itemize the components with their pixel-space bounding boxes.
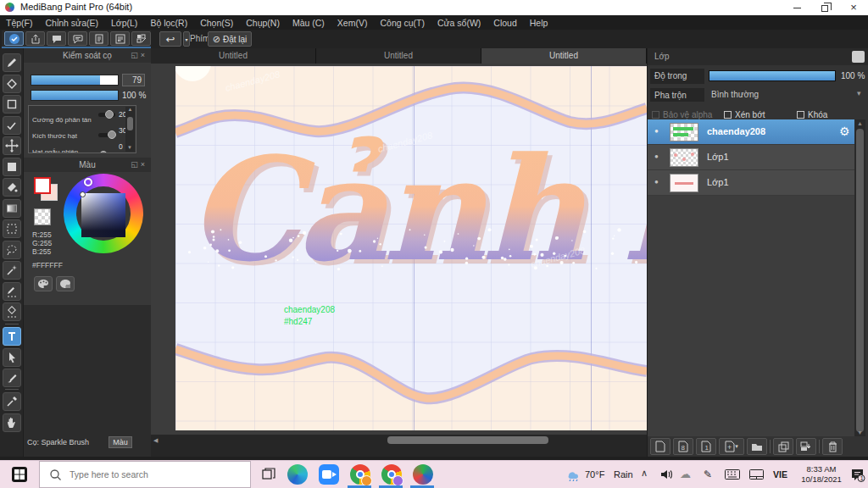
touchpad-button[interactable] bbox=[746, 461, 766, 488]
menu-filter[interactable]: Bộ lọc(R) bbox=[150, 18, 187, 28]
param-slider[interactable] bbox=[98, 113, 115, 117]
dot-pen-tool[interactable] bbox=[3, 116, 21, 135]
layers-menu-button[interactable] bbox=[852, 51, 865, 63]
brush-size-value[interactable]: 79 bbox=[122, 74, 145, 86]
feedback-button[interactable] bbox=[68, 31, 87, 46]
text-tool[interactable] bbox=[3, 327, 21, 346]
sv-selector-dot[interactable] bbox=[80, 191, 86, 197]
canvas-page[interactable]: Cảnh báo Cảnh báo chaenday208 chaenday20… bbox=[175, 66, 647, 430]
magic-wand-tool[interactable] bbox=[3, 261, 21, 280]
visibility-icon[interactable]: ● bbox=[654, 127, 659, 135]
scroll-down-icon[interactable]: ▼ bbox=[857, 430, 863, 435]
tab-untitled-1[interactable]: Untitled bbox=[151, 48, 316, 64]
menu-help[interactable]: Help bbox=[530, 18, 548, 28]
undo-options-button[interactable]: ▾ bbox=[183, 31, 190, 47]
pen-tool[interactable] bbox=[3, 53, 21, 72]
menu-snap[interactable]: Chụp(N) bbox=[246, 18, 280, 28]
hue-selector-dot[interactable] bbox=[84, 178, 92, 186]
move-tool[interactable] bbox=[3, 136, 21, 155]
search-input[interactable] bbox=[70, 469, 231, 480]
brush-size-slider[interactable] bbox=[31, 75, 119, 86]
foreground-color-swatch[interactable] bbox=[34, 177, 51, 194]
horizontal-scrollbar[interactable]: ◀ bbox=[151, 435, 647, 446]
menu-select[interactable]: Chọn(S) bbox=[200, 18, 233, 28]
palette-button[interactable] bbox=[34, 276, 53, 291]
blend-mode-select[interactable]: Bình thường bbox=[711, 90, 759, 99]
scroll-down-icon[interactable]: ▼ bbox=[127, 145, 132, 150]
menu-cloud[interactable]: Cloud bbox=[493, 18, 516, 28]
merge-layer-button[interactable] bbox=[796, 438, 816, 455]
menu-view[interactable]: Xem(V) bbox=[337, 18, 368, 28]
add-layer-menu-button[interactable]: +▾ bbox=[719, 438, 744, 455]
add-8bit-layer-button[interactable]: 8 bbox=[673, 438, 693, 455]
taskbar-chrome-1[interactable] bbox=[344, 461, 376, 488]
weather-button[interactable] bbox=[563, 461, 583, 488]
gear-icon[interactable]: ⚙ bbox=[839, 125, 850, 138]
eraser-tool[interactable] bbox=[3, 75, 21, 93]
saturation-value-square[interactable] bbox=[81, 193, 125, 237]
layer-folder-button[interactable] bbox=[747, 438, 767, 455]
publish-button[interactable] bbox=[25, 31, 45, 46]
select-eraser-tool[interactable] bbox=[3, 302, 21, 321]
visibility-icon[interactable]: ● bbox=[654, 178, 659, 186]
select-pen-tool[interactable] bbox=[3, 282, 21, 301]
tab-untitled-3[interactable]: Untitled bbox=[481, 48, 647, 64]
scroll-up-icon[interactable]: ▲ bbox=[857, 120, 863, 126]
popout-icon[interactable]: ◱ bbox=[131, 51, 141, 59]
popout-icon[interactable]: ◱ bbox=[131, 160, 141, 169]
material-grid-button[interactable] bbox=[131, 31, 151, 46]
start-button[interactable] bbox=[0, 461, 39, 488]
lasso-tool[interactable] bbox=[3, 241, 21, 259]
eyedropper-tool[interactable] bbox=[3, 392, 21, 411]
hand-tool[interactable] bbox=[3, 413, 21, 432]
duplicate-layer-button[interactable] bbox=[773, 438, 793, 455]
taskbar-chrome-2[interactable] bbox=[376, 461, 407, 488]
brush-opacity-slider[interactable] bbox=[31, 90, 119, 101]
layer-row-lop1-b[interactable]: ● Lớp1 bbox=[648, 170, 854, 196]
menu-tools[interactable]: Công cụ(T) bbox=[380, 18, 425, 28]
params-scrollbar[interactable]: ▲ ▼ bbox=[125, 107, 135, 152]
taskbar-zoom[interactable] bbox=[313, 461, 344, 488]
add-layer-button[interactable] bbox=[650, 438, 670, 455]
select-fill-tool[interactable] bbox=[3, 158, 21, 176]
undo-button[interactable]: ↩ bbox=[159, 31, 181, 47]
volume-button[interactable] bbox=[658, 461, 676, 488]
menu-color[interactable]: Màu (C) bbox=[292, 18, 325, 28]
delete-layer-button[interactable] bbox=[822, 438, 843, 455]
hscroll-thumb[interactable] bbox=[387, 436, 548, 444]
bucket-tool[interactable] bbox=[3, 178, 21, 197]
close-button[interactable]: × bbox=[841, 0, 866, 15]
task-view-button[interactable] bbox=[254, 461, 283, 488]
weather-condition[interactable]: Rain bbox=[614, 469, 633, 480]
layer-opacity-slider[interactable] bbox=[709, 70, 836, 81]
blend-dropdown-icon[interactable]: ▾ bbox=[857, 89, 861, 97]
touch-keyboard-button[interactable] bbox=[722, 461, 743, 488]
palette-edit-button[interactable] bbox=[56, 276, 75, 291]
visibility-icon[interactable]: ● bbox=[654, 152, 659, 160]
paint-mode-button[interactable] bbox=[4, 31, 24, 46]
operation-tool[interactable] bbox=[3, 348, 21, 367]
shape-tool[interactable] bbox=[3, 95, 21, 114]
color-status-button[interactable]: Màu bbox=[108, 436, 132, 448]
language-indicator[interactable]: VIE bbox=[773, 469, 787, 480]
brush-tool[interactable] bbox=[3, 369, 21, 387]
layers-scrollbar[interactable]: ▲ ▼ bbox=[854, 119, 865, 437]
windows-ink-icon[interactable]: ✎ bbox=[704, 469, 712, 480]
comment-button[interactable] bbox=[47, 31, 66, 46]
transparent-swatch[interactable] bbox=[34, 208, 51, 225]
taskbar-edge[interactable] bbox=[281, 461, 313, 488]
reset-button[interactable]: ⊘ Đặt lại bbox=[208, 31, 252, 47]
layer-row-chaenday208[interactable]: ● chaenday208 ⚙ bbox=[648, 119, 854, 145]
close-icon[interactable]: × bbox=[141, 160, 147, 169]
notification-center-button[interactable]: 1 bbox=[848, 461, 868, 488]
menu-layer[interactable]: Lớp(L) bbox=[111, 18, 137, 28]
restore-button[interactable] bbox=[812, 0, 837, 15]
add-1bit-layer-button[interactable]: 1 bbox=[696, 438, 716, 455]
menu-file[interactable]: Tệp(F) bbox=[6, 18, 33, 28]
select-tool[interactable] bbox=[3, 219, 21, 238]
close-icon[interactable]: × bbox=[141, 51, 147, 59]
param-slider[interactable] bbox=[98, 133, 115, 137]
onedrive-icon[interactable]: ☁ bbox=[680, 468, 691, 480]
minimize-button[interactable] bbox=[784, 0, 810, 15]
taskbar-search[interactable] bbox=[39, 461, 251, 488]
